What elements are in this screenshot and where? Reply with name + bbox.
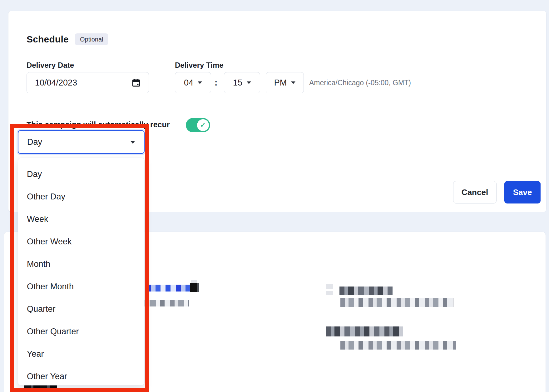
recur-toggle[interactable]: ✓ — [186, 118, 210, 132]
recurrence-selected-value: Day — [27, 137, 42, 147]
hour-select[interactable]: 04 — [175, 72, 211, 93]
recurrence-dropdown-menu: DayOther DayWeekOther WeekMonthOther Mon… — [18, 158, 145, 385]
hour-value: 04 — [184, 78, 193, 88]
check-icon: ✓ — [200, 121, 206, 129]
redacted-content — [146, 285, 190, 292]
dropdown-option[interactable]: Other Month — [18, 275, 144, 298]
calendar-icon — [132, 78, 141, 87]
redacted-content — [190, 283, 199, 292]
chevron-down-icon — [291, 81, 295, 84]
dropdown-option[interactable]: Day — [18, 163, 144, 185]
time-separator: : — [215, 78, 217, 88]
delivery-date-input[interactable]: 10/04/2023 — [27, 72, 149, 93]
delivery-time-label: Delivery Time — [175, 61, 224, 70]
chevron-down-icon — [198, 81, 202, 84]
dropdown-option[interactable]: Other Quarter — [18, 320, 144, 343]
cancel-button[interactable]: Cancel — [453, 181, 497, 203]
dropdown-option[interactable]: Other Week — [18, 230, 144, 253]
redacted-content — [326, 291, 333, 295]
delivery-date-label: Delivery Date — [27, 61, 74, 70]
minute-select[interactable]: 15 — [224, 72, 260, 93]
save-button[interactable]: Save — [504, 181, 541, 203]
timezone-note: America/Chicago (-05:00, GMT) — [309, 79, 411, 87]
toggle-knob: ✓ — [197, 119, 209, 131]
redacted-content — [326, 284, 333, 289]
chevron-down-icon — [247, 81, 251, 84]
redacted-content — [326, 326, 403, 336]
dropdown-option[interactable]: Quarter — [18, 298, 144, 320]
optional-badge: Optional — [75, 33, 108, 45]
redacted-content — [142, 300, 189, 306]
dropdown-option[interactable]: Month — [18, 253, 144, 275]
dropdown-option[interactable]: Year — [18, 343, 144, 365]
recur-label: This campaign will automatically recur — [27, 120, 170, 129]
schedule-header: Schedule Optional — [27, 33, 108, 45]
recurrence-select[interactable]: Day — [18, 130, 145, 154]
chevron-down-icon — [130, 141, 135, 144]
dropdown-option[interactable]: Other Day — [18, 185, 144, 208]
save-button-label: Save — [513, 188, 532, 197]
meridiem-value: PM — [274, 78, 287, 88]
minute-value: 15 — [233, 78, 242, 88]
cancel-button-label: Cancel — [462, 188, 488, 197]
redacted-content — [340, 341, 456, 350]
page-title: Schedule — [27, 34, 69, 45]
delivery-date-value: 10/04/2023 — [35, 78, 77, 88]
redacted-content — [339, 287, 393, 295]
dropdown-option[interactable]: Other Year — [18, 365, 144, 385]
redacted-content — [340, 298, 453, 307]
dropdown-option[interactable]: Week — [18, 208, 144, 230]
meridiem-select[interactable]: PM — [266, 72, 304, 93]
